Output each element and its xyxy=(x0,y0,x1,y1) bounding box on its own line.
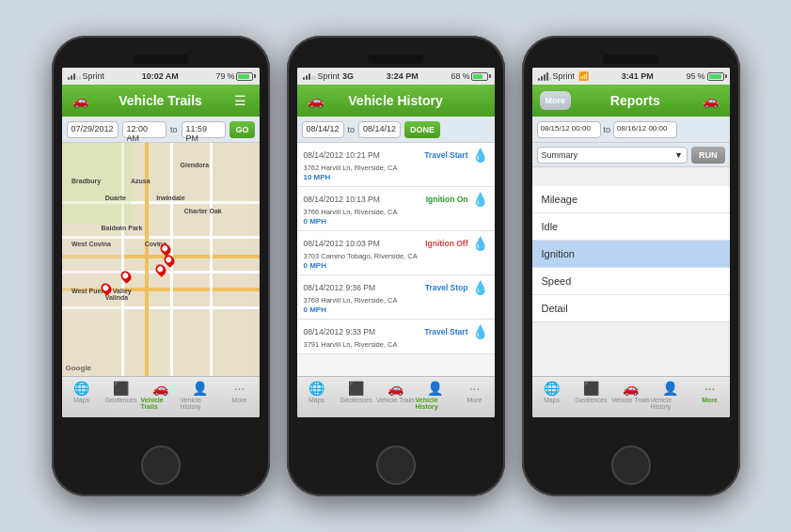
from-time-1[interactable]: 12:00 AM xyxy=(122,121,166,138)
to-label-1: to xyxy=(170,125,178,134)
summary-select-3[interactable]: Summary ▼ xyxy=(537,147,688,164)
tab-maps-2[interactable]: 🌐 Maps xyxy=(297,381,337,403)
status-right-3: 95% xyxy=(686,71,723,81)
arrow-icon-2: 💧 xyxy=(472,192,488,207)
tab-vehicle-history-2[interactable]: 👤 Vehicle History xyxy=(416,381,455,410)
maps-icon-3: 🌐 xyxy=(544,381,560,396)
tab-geofences-label-2: Geofences xyxy=(340,397,372,403)
signal-bars-1 xyxy=(68,73,81,80)
history-date-3: 08/14/2012 10:03 PM xyxy=(304,239,380,248)
tab-bar-1: 🌐 Maps ⬛ Geofences 🚗 Vehicle Trails 👤 Ve… xyxy=(62,376,260,417)
history-item-5[interactable]: 08/14/2012 9:33 PM Travel Start 💧 3791 H… xyxy=(297,320,495,354)
header-bar-3: More Reports 🚗 xyxy=(532,85,730,117)
tab-more-label-2: More xyxy=(467,397,483,403)
summary-bar-3: Summary ▼ RUN xyxy=(532,143,730,167)
history-item-4[interactable]: 08/14/2012 9:36 PM Travel Stop 💧 3768 Ha… xyxy=(297,275,495,320)
history-item-header-3: 08/14/2012 10:03 PM Ignition Off 💧 xyxy=(304,236,488,251)
map-label-valinda: Valinda xyxy=(105,294,129,301)
tab-vehicle-trails-1[interactable]: 🚗 Vehicle Trails xyxy=(141,381,181,410)
car-icon-3: 🚗 xyxy=(700,93,722,108)
time-3: 3:41 PM xyxy=(622,71,654,81)
carrier-3: Sprint xyxy=(553,71,576,81)
map-label-glendora: Glendora xyxy=(181,162,210,168)
history-event-4: Travel Stop xyxy=(425,283,468,292)
signal-bars-2 xyxy=(303,73,316,80)
history-address-2: 3766 Harvill Ln, Riverside, CA xyxy=(304,208,488,216)
list-icon-1[interactable]: ☰ xyxy=(229,93,252,108)
date-bar-2: 08/14/12 to 08/14/12 DONE xyxy=(297,117,495,143)
history-list-2: 08/14/2012 10:21 PM Travel Start 💧 3762 … xyxy=(297,143,495,376)
history-date-4: 08/14/2012 9:36 PM xyxy=(304,283,376,292)
report-item-detail[interactable]: Detail xyxy=(532,295,730,322)
tab-geofences-1[interactable]: ⬛ Geofences xyxy=(102,381,141,403)
tab-geofences-2[interactable]: ⬛ Geofences xyxy=(337,381,376,403)
vehicle-history-icon-1: 👤 xyxy=(192,381,208,396)
report-item-mileage[interactable]: Mileage xyxy=(532,186,730,213)
report-date-bar-3: 08/15/12 00:00 to 08/16/12 00:00 xyxy=(532,117,730,143)
tab-maps-label-2: Maps xyxy=(308,397,324,403)
tab-more-label-1: More xyxy=(232,397,247,403)
from-date-3[interactable]: 08/15/12 00:00 xyxy=(537,121,601,138)
arrow-icon-1: 💧 xyxy=(472,148,488,163)
more-icon-3: ··· xyxy=(704,381,716,396)
battery-pct-3: 95 xyxy=(686,71,695,81)
signal-bars-3 xyxy=(538,72,551,81)
tab-vehicle-trails-2[interactable]: 🚗 Vehicle Trails xyxy=(376,381,416,403)
from-date-2[interactable]: 08/14/12 xyxy=(302,121,344,138)
battery-icon-2 xyxy=(471,72,488,81)
map-label-duarte: Duarte xyxy=(105,195,126,201)
time-1: 10:02 AM xyxy=(142,71,179,81)
arrow-icon-4: 💧 xyxy=(472,280,488,295)
to-date-2[interactable]: 08/14/12 xyxy=(358,121,401,138)
history-item-2[interactable]: 08/14/2012 10:13 PM Ignition On 💧 3766 H… xyxy=(297,187,495,231)
tab-maps-3[interactable]: 🌐 Maps xyxy=(532,381,572,403)
go-button-1[interactable]: GO xyxy=(229,121,254,138)
map-area-1[interactable]: Bradbury Azusa Glendora Charter Oak West… xyxy=(62,143,260,376)
history-address-4: 3768 Harvill Ln, Riverside, CA xyxy=(304,296,488,305)
tab-vehicle-trails-label-1: Vehicle Trails xyxy=(141,397,181,410)
tab-geofences-3[interactable]: ⬛ Geofences xyxy=(572,381,611,403)
tab-more-2[interactable]: ··· More xyxy=(455,381,495,403)
tab-more-3[interactable]: ··· More xyxy=(690,381,730,403)
date-bar-1: 07/29/2012 12:00 AM to 11:59 PM GO xyxy=(62,117,260,143)
to-time-1[interactable]: 11:59 PM xyxy=(182,121,227,138)
car-icon-2: 🚗 xyxy=(305,93,327,108)
tab-vehicle-trails-3[interactable]: 🚗 Vehicle Trails xyxy=(611,381,651,403)
car-icon-1: 🚗 xyxy=(70,93,92,108)
report-item-speed[interactable]: Speed xyxy=(532,268,730,295)
map-label-irwindale: Irwindale xyxy=(156,195,184,201)
status-bar-1: Sprint 10:02 AM 79% xyxy=(62,68,260,85)
battery-icon-1 xyxy=(236,72,253,81)
geofences-icon-1: ⬛ xyxy=(113,381,129,396)
history-address-5: 3791 Harvill Ln, Riverside, CA xyxy=(304,340,488,349)
vehicle-history-icon-3: 👤 xyxy=(662,381,678,396)
tab-more-1[interactable]: ··· More xyxy=(220,381,260,403)
report-item-idle[interactable]: Idle xyxy=(532,213,730,241)
more-button-3[interactable]: More xyxy=(540,91,572,110)
history-item-3[interactable]: 08/14/2012 10:03 PM Ignition Off 💧 3703 … xyxy=(297,231,495,275)
to-date-3[interactable]: 08/16/12 00:00 xyxy=(613,121,677,138)
from-date-1[interactable]: 07/29/2012 xyxy=(67,121,119,138)
history-speed-2: 0 MPH xyxy=(304,217,488,226)
run-button-3[interactable]: RUN xyxy=(691,147,725,164)
carrier-1: Sprint xyxy=(83,71,105,81)
done-button-2[interactable]: DONE xyxy=(404,121,440,138)
arrow-icon-5: 💧 xyxy=(472,324,488,339)
status-bar-3: Sprint 📶 3:41 PM 95% xyxy=(532,68,730,85)
tab-vehicle-trails-label-2: Vehicle Trails xyxy=(376,397,415,403)
tab-vehicle-history-3[interactable]: 👤 Vehicle History xyxy=(651,381,690,410)
tab-bar-3: 🌐 Maps ⬛ Geofences 🚗 Vehicle Trails 👤 Ve… xyxy=(532,376,730,417)
history-event-1: Travel Start xyxy=(424,150,467,160)
tab-maps-1[interactable]: 🌐 Maps xyxy=(62,381,102,403)
report-item-ignition[interactable]: Ignition xyxy=(532,241,730,268)
tab-vehicle-history-label-2: Vehicle History xyxy=(416,397,455,410)
history-address-3: 3703 Camino Tobago, Riverside, CA xyxy=(304,252,488,260)
header-title-3: Reports xyxy=(571,93,699,108)
header-title-1: Vehicle Trails xyxy=(92,93,229,108)
tab-geofences-label-1: Geofences xyxy=(105,397,137,403)
status-bar-2: Sprint 3G 3:24 PM 68% xyxy=(297,68,495,85)
history-item-1[interactable]: 08/14/2012 10:21 PM Travel Start 💧 3762 … xyxy=(297,143,495,187)
status-right-2: 68% xyxy=(451,71,488,81)
google-watermark: Google xyxy=(66,364,92,372)
tab-vehicle-history-1[interactable]: 👤 Vehicle History xyxy=(181,381,220,410)
